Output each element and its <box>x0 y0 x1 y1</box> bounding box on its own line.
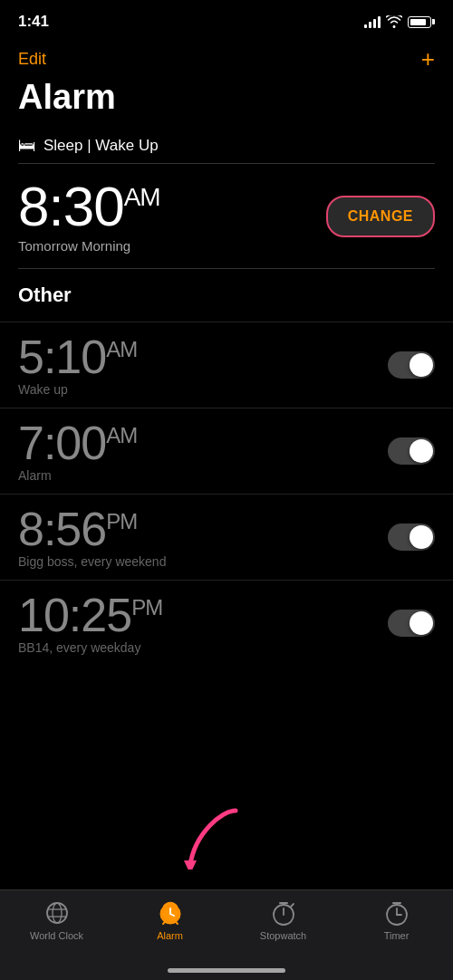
alarm-time-info: 8:30AM Tomorrow Morning <box>18 178 160 254</box>
sleep-header: 🛏 Sleep | Wake Up <box>18 135 435 156</box>
tab-alarm[interactable]: Alarm <box>113 899 226 941</box>
alarm-toggle-2[interactable] <box>388 437 435 465</box>
tab-stopwatch-label: Stopwatch <box>260 930 306 941</box>
svg-marker-0 <box>184 860 197 870</box>
battery-icon <box>408 16 435 28</box>
alarm-item-3-label: Bigg boss, every weekend <box>18 554 166 569</box>
tab-world-clock-label: World Clock <box>30 930 83 941</box>
alarm-item-2-time: 7:00AM <box>18 419 137 466</box>
main-alarm-section: 8:30AM Tomorrow Morning CHANGE <box>0 164 453 268</box>
alarm-item-3[interactable]: 8:56PM Bigg boss, every weekend <box>0 494 453 580</box>
alarm-toggle-1[interactable] <box>388 351 435 379</box>
alarm-item-4[interactable]: 10:25PM BB14, every weekday <box>0 580 453 666</box>
tab-stopwatch[interactable]: Stopwatch <box>226 899 340 941</box>
tab-bar: World Clock Alarm <box>0 889 453 980</box>
alarm-toggle-3[interactable] <box>388 524 435 551</box>
pink-arrow <box>177 806 249 873</box>
alarm-item-1-time: 5:10AM <box>18 333 137 380</box>
other-section: Other <box>0 269 453 322</box>
sleep-label: Sleep | Wake Up <box>43 137 159 155</box>
alarm-item-2-label: Alarm <box>18 468 137 483</box>
tab-alarm-label: Alarm <box>157 930 183 941</box>
main-alarm-period: AM <box>124 183 160 211</box>
bed-icon: 🛏 <box>18 135 36 156</box>
alarm-item-2[interactable]: 7:00AM Alarm <box>0 408 453 494</box>
stopwatch-icon <box>270 899 297 927</box>
tab-timer-label: Timer <box>384 930 410 941</box>
timer-icon <box>383 899 410 927</box>
header: Edit + <box>0 40 453 74</box>
home-indicator <box>168 968 285 973</box>
alarm-item-1[interactable]: 5:10AM Wake up <box>0 322 453 408</box>
alarm-item-4-time: 10:25PM <box>18 591 162 639</box>
signal-icon <box>364 15 381 28</box>
other-title: Other <box>18 283 435 307</box>
alarm-item-1-label: Wake up <box>18 382 137 397</box>
alarm-item-4-label: BB14, every weekday <box>18 640 162 655</box>
main-alarm-time: 8:30AM <box>18 178 160 235</box>
tab-world-clock[interactable]: World Clock <box>0 899 113 941</box>
tab-timer[interactable]: Timer <box>340 899 453 941</box>
alarm-toggle-4[interactable] <box>388 610 435 637</box>
wifi-icon <box>386 15 402 28</box>
status-icons <box>364 15 435 28</box>
alarm-subtitle: Tomorrow Morning <box>18 238 160 254</box>
page-title: Alarm <box>0 74 453 128</box>
status-time: 1:41 <box>18 13 49 31</box>
svg-line-16 <box>291 904 294 907</box>
add-button[interactable]: + <box>421 47 435 71</box>
svg-point-1 <box>47 903 67 923</box>
status-bar: 1:41 <box>0 0 453 40</box>
alarm-icon <box>157 899 184 927</box>
edit-button[interactable]: Edit <box>18 50 46 69</box>
sleep-section: 🛏 Sleep | Wake Up <box>0 128 453 156</box>
alarm-item-3-time: 8:56PM <box>18 505 166 552</box>
change-button[interactable]: CHANGE <box>326 196 435 237</box>
svg-point-2 <box>53 903 62 923</box>
world-clock-icon <box>43 899 71 927</box>
